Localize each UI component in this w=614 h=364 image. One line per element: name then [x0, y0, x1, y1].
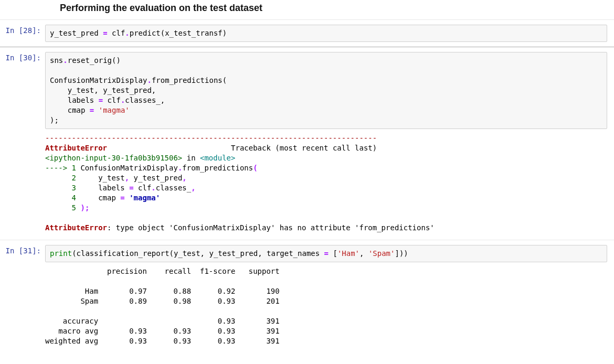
- code-token: ConfusionMatrixDisplay: [50, 76, 147, 84]
- traceback-text: Traceback (most recent call last): [107, 144, 377, 152]
- operator-token: ,: [125, 174, 129, 182]
- code-token: clf: [103, 96, 121, 104]
- code-token: clf: [108, 29, 125, 37]
- traceback-text: [125, 194, 129, 202]
- operator-token: ,: [191, 184, 195, 192]
- code-token: ])): [395, 249, 408, 258]
- operator-token: ,: [182, 174, 186, 182]
- operator-token: ;: [85, 204, 89, 212]
- string-token: 'magma': [99, 106, 130, 114]
- code-token: cmap: [50, 106, 90, 114]
- traceback-module: <module>: [200, 154, 235, 162]
- traceback-arrow: ----> 1: [45, 164, 76, 172]
- error-output: ----------------------------------------…: [45, 130, 613, 236]
- string-token: 'magma': [129, 194, 160, 202]
- traceback-lineno: 5: [45, 204, 76, 212]
- operator-token: .: [151, 184, 155, 192]
- code-token: y_test, y_test_pred,: [50, 86, 156, 94]
- traceback-text: ConfusionMatrixDisplay: [76, 164, 178, 172]
- code-cell-28: In [28]: y_test_pred = clf.predict(x_tes…: [0, 23, 614, 44]
- error-message: : type object 'ConfusionMatrixDisplay' h…: [107, 223, 435, 232]
- traceback-text: from_predictions: [182, 164, 253, 172]
- operator-token: =: [99, 96, 103, 104]
- traceback-lineno: 4: [45, 194, 76, 202]
- operator-token: ): [80, 204, 84, 212]
- code-token: from_predictions(: [152, 76, 227, 84]
- code-token: labels: [50, 96, 99, 104]
- operator-token: =: [120, 194, 124, 202]
- section-heading: Performing the evaluation on the test da…: [60, 3, 613, 14]
- traceback-divider: ----------------------------------------…: [45, 134, 377, 142]
- traceback-file: <ipython-input-30-1fa0b3b91506>: [45, 154, 182, 162]
- operator-token: =: [103, 29, 107, 37]
- input-prompt: In [30]:: [1, 51, 45, 236]
- operator-token: .: [63, 56, 67, 65]
- code-token: reset_orig(): [68, 56, 121, 65]
- traceback-text: y_test: [76, 174, 125, 182]
- stdout-output: precision recall f1-score support Ham 0.…: [45, 263, 613, 349]
- code-token: [: [329, 249, 337, 258]
- prompt-empty: [1, 1, 45, 19]
- traceback-lineno: 3: [45, 184, 76, 192]
- string-token: 'Ham': [337, 249, 359, 258]
- code-token: (classification_report(y_test, y_test_pr…: [72, 249, 324, 258]
- code-input[interactable]: sns.reset_orig() ConfusionMatrixDisplay.…: [45, 52, 607, 129]
- input-prompt: In [28]:: [1, 24, 45, 43]
- traceback-text: labels: [76, 184, 129, 192]
- code-cell-31: In [31]: print(classification_report(y_t…: [0, 243, 614, 350]
- traceback-text: cmap: [76, 194, 120, 202]
- code-token: sns: [50, 56, 63, 65]
- operator-token: .: [147, 76, 151, 84]
- classification-report: precision recall f1-score support Ham 0.…: [45, 266, 609, 346]
- traceback-text: classes_: [156, 184, 191, 192]
- traceback-text: in: [182, 154, 200, 162]
- string-token: 'Spam': [368, 249, 395, 258]
- traceback-lineno: 2: [45, 174, 76, 182]
- code-token: predict(x_test_transf): [130, 29, 227, 37]
- code-token: classes_,: [125, 96, 165, 104]
- code-token: ,: [359, 249, 368, 258]
- error-name: AttributeError: [45, 223, 107, 232]
- builtin-token: print: [50, 249, 72, 258]
- operator-token: =: [324, 249, 329, 258]
- markdown-cell: Performing the evaluation on the test da…: [0, 0, 614, 19]
- code-input[interactable]: y_test_pred = clf.predict(x_test_transf): [45, 25, 607, 42]
- error-name: AttributeError: [45, 144, 107, 152]
- notebook: Performing the evaluation on the test da…: [0, 0, 614, 350]
- code-token: [94, 106, 98, 114]
- code-input[interactable]: print(classification_report(y_test, y_te…: [45, 245, 607, 262]
- operator-token: .: [125, 29, 129, 37]
- code-token: y_test_pred: [50, 29, 103, 37]
- code-cell-30: In [30]: sns.reset_orig() ConfusionMatri…: [0, 50, 614, 237]
- traceback-text: clf: [134, 184, 152, 192]
- input-prompt: In [31]:: [1, 244, 45, 349]
- operator-token: =: [129, 184, 133, 192]
- code-token: );: [50, 116, 59, 124]
- operator-token: (: [253, 164, 257, 172]
- traceback-text: y_test_pred: [129, 174, 182, 182]
